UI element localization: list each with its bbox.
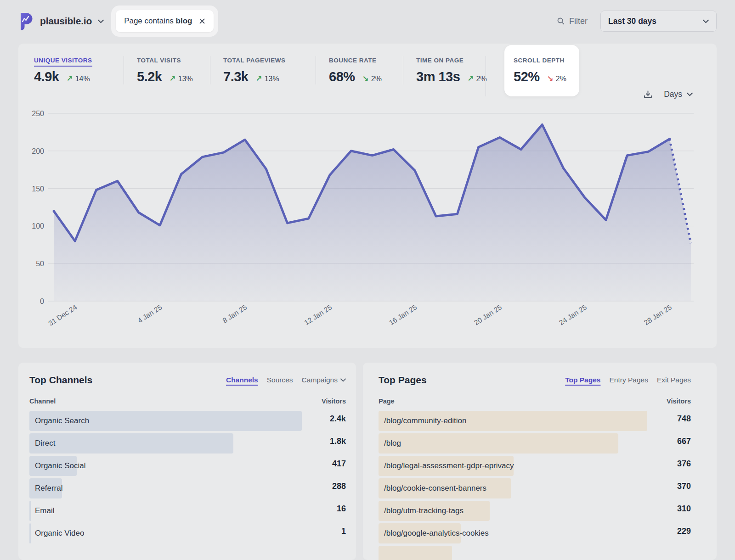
row-label[interactable]: Organic Social — [35, 461, 86, 470]
row-label[interactable]: /blog/google-analytics-cookies — [384, 529, 489, 538]
svg-text:31 Dec 24: 31 Dec 24 — [47, 303, 79, 327]
svg-text:4 Jan 25: 4 Jan 25 — [136, 303, 163, 325]
table-row[interactable]: /blog667 — [379, 433, 691, 454]
trend-up-icon: ↗ — [66, 74, 73, 84]
svg-text:200: 200 — [32, 147, 44, 155]
filter-pill-value: blog — [176, 17, 192, 25]
column-header: Page — [379, 398, 395, 405]
date-range-dropdown[interactable]: Last 30 days — [600, 11, 717, 32]
tab-sources[interactable]: Sources — [267, 376, 293, 384]
tab-exit-pages[interactable]: Exit Pages — [657, 376, 691, 384]
svg-text:0: 0 — [40, 297, 44, 305]
trend-up-icon: ↗ — [255, 74, 262, 84]
svg-text:24 Jan 25: 24 Jan 25 — [558, 303, 588, 326]
table-row[interactable]: /blog/google-analytics-cookies229 — [379, 523, 691, 543]
top-pages-card: Top Pages Top PagesEntry PagesExit Pages… — [363, 363, 717, 560]
metric-label[interactable]: TIME ON PAGE — [416, 57, 464, 64]
metric-label[interactable]: TOTAL VISITS — [137, 57, 181, 64]
visitors-panel: UNIQUE VISITORS4.9k↗14%TOTAL VISITS5.2k↗… — [18, 44, 717, 348]
channels-table: Organic Search2.4kDirect1.8kOrganic Soci… — [29, 411, 346, 543]
close-icon[interactable] — [199, 18, 205, 24]
row-label[interactable]: /blog/cookie-consent-banners — [384, 484, 486, 493]
row-bar — [379, 546, 452, 560]
row-label[interactable]: /blog/community-edition — [384, 416, 467, 426]
svg-text:28 Jan 25: 28 Jan 25 — [643, 303, 673, 326]
row-visitors: 417 — [332, 459, 346, 469]
row-bar — [29, 501, 31, 521]
top-bar: plausible.io Page contains blog Filter L… — [0, 0, 735, 42]
row-visitors: 1.8k — [330, 437, 346, 446]
table-row[interactable]: Organic Search2.4k — [29, 411, 346, 431]
svg-text:250: 250 — [32, 110, 44, 118]
table-row[interactable]: Referral288 — [29, 478, 346, 498]
site-switcher[interactable]: plausible.io — [18, 12, 104, 30]
filter-pill[interactable]: Page contains blog — [116, 10, 213, 32]
row-visitors: 1 — [341, 526, 346, 536]
svg-text:150: 150 — [32, 185, 44, 193]
row-label[interactable]: /blog/legal-assessment-gdpr-eprivacy — [384, 461, 514, 470]
trend-up-icon: ↗ — [467, 74, 474, 84]
row-label[interactable]: /blog/utm-tracking-tags — [384, 506, 464, 515]
tab-campaigns[interactable]: Campaigns — [302, 376, 346, 384]
trend-down-icon: ↘ — [547, 74, 554, 84]
row-bar — [379, 433, 618, 454]
table-row[interactable]: Organic Video1 — [29, 523, 346, 543]
pages-tabs: Top PagesEntry PagesExit Pages — [565, 376, 691, 384]
card-title: Top Pages — [379, 375, 427, 386]
svg-text:20 Jan 25: 20 Jan 25 — [473, 303, 503, 326]
row-label[interactable]: Direct — [35, 439, 55, 448]
metric-change: 2% — [556, 75, 566, 83]
tab-top-pages[interactable]: Top Pages — [565, 376, 600, 384]
filter-button-label: Filter — [569, 17, 588, 26]
table-row[interactable]: Organic Social417 — [29, 456, 346, 476]
row-label[interactable]: Referral — [35, 484, 62, 493]
table-row[interactable]: /blog/utm-tracking-tags310 — [379, 501, 691, 521]
metric-change: 14% — [75, 75, 90, 83]
svg-text:100: 100 — [32, 222, 44, 230]
row-visitors: 2.4k — [330, 414, 346, 424]
metric-label[interactable]: TOTAL PAGEVIEWS — [223, 57, 286, 64]
table-row[interactable]: Email16 — [29, 501, 346, 521]
row-visitors: 667 — [677, 437, 691, 446]
metric-change: 13% — [265, 75, 279, 83]
row-visitors: 288 — [332, 482, 346, 491]
svg-text:12 Jan 25: 12 Jan 25 — [303, 303, 333, 326]
chevron-down-icon — [340, 378, 346, 382]
row-label[interactable]: Organic Video — [35, 529, 84, 538]
chevron-down-icon[interactable] — [98, 19, 104, 23]
column-headers: Channel Visitors — [29, 398, 346, 405]
plausible-logo-icon — [18, 12, 34, 30]
filter-button[interactable]: Filter — [557, 17, 588, 26]
table-row[interactable]: /blog/cookie-consent-banners370 — [379, 478, 691, 498]
metric-label[interactable]: UNIQUE VISITORS — [34, 57, 92, 67]
chevron-down-icon — [703, 19, 709, 23]
row-label[interactable]: /blog — [384, 439, 401, 448]
date-range-value: Last 30 days — [608, 17, 656, 26]
visitors-chart[interactable]: 05010015020025031 Dec 244 Jan 258 Jan 25… — [18, 92, 717, 347]
metric-value: 68% — [329, 69, 355, 84]
column-header: Visitors — [667, 398, 691, 405]
tab-channels[interactable]: Channels — [226, 376, 258, 384]
table-row[interactable]: /blog/legal-assessment-gdpr-eprivacy376 — [379, 456, 691, 476]
row-visitors: 748 — [677, 414, 691, 424]
svg-text:16 Jan 25: 16 Jan 25 — [388, 303, 418, 326]
column-header: Channel — [29, 398, 56, 405]
tab-entry-pages[interactable]: Entry Pages — [609, 376, 648, 384]
metric-label[interactable]: BOUNCE RATE — [329, 57, 377, 64]
svg-text:50: 50 — [36, 260, 44, 268]
row-visitors: 370 — [677, 482, 691, 491]
metric-change: 2% — [371, 75, 382, 83]
table-row[interactable]: /blog/community-edition748 — [379, 411, 691, 431]
metric-label[interactable]: SCROLL DEPTH — [514, 57, 565, 64]
row-label[interactable]: Email — [35, 506, 55, 515]
metric-value: 3m 13s — [416, 69, 460, 84]
table-row[interactable]: Direct1.8k — [29, 433, 346, 454]
row-visitors: 376 — [677, 459, 691, 469]
trend-up-icon: ↗ — [169, 74, 175, 84]
metrics-row: UNIQUE VISITORS4.9k↗14%TOTAL VISITS5.2k↗… — [18, 44, 717, 94]
metric-value: 7.3k — [223, 69, 248, 84]
top-channels-card: Top Channels ChannelsSourcesCampaigns Ch… — [18, 363, 356, 560]
row-label[interactable]: Organic Search — [35, 416, 89, 426]
table-row-partial — [379, 546, 691, 560]
metric-value: 4.9k — [34, 69, 59, 84]
